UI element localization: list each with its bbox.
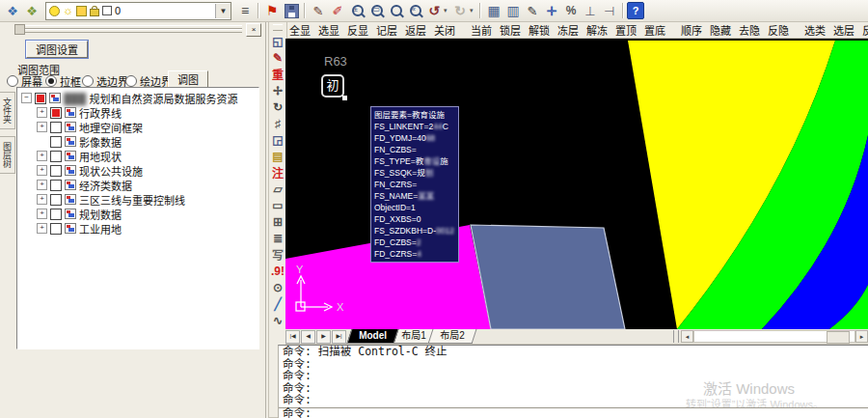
side-tool-icon[interactable]: 重 — [269, 66, 286, 82]
layout-tab[interactable]: 布局2 — [428, 329, 476, 344]
cad-drawing-canvas[interactable]: Y X R63 初 图层要素=教育设施 FS_LINKENT=244C FD_Y… — [285, 39, 868, 329]
tree-checkbox[interactable] — [50, 107, 62, 119]
radio-dot[interactable] — [82, 75, 94, 87]
tree-item-row[interactable]: + 规划数据 — [17, 207, 258, 221]
redo-icon[interactable]: ↻ — [451, 2, 469, 19]
redo-dropdown-caret[interactable]: ▾ — [470, 7, 476, 14]
tree-checkbox[interactable] — [50, 136, 62, 148]
layer-states-icon[interactable]: ≡ — [236, 2, 254, 19]
help-button[interactable]: ? — [627, 2, 644, 19]
expand-icon[interactable]: + — [37, 107, 47, 118]
layer-menu-item[interactable]: 置底 — [640, 22, 669, 38]
layer-control-combobox[interactable]: ☼ 0 ▼ — [45, 2, 231, 20]
edit-pencil-icon[interactable]: ✎ — [524, 2, 541, 19]
tab-first-button[interactable]: |◀ — [285, 330, 300, 344]
side-tool-icon[interactable]: ∿ — [269, 312, 286, 328]
side-tool-icon[interactable]: ✢ — [269, 82, 286, 98]
side-tab-files[interactable]: 文件夹 — [0, 92, 15, 129]
tree-item-label[interactable]: 影像数据 — [79, 134, 122, 150]
layer-menu-item[interactable]: 反隐 — [764, 22, 793, 38]
side-tool-icon[interactable]: ♯ — [269, 115, 286, 131]
side-tool-icon[interactable]: 注 — [269, 164, 286, 181]
sketch-pencil-icon[interactable]: ✎ — [310, 2, 327, 19]
command-line-area[interactable]: 命令: 扫描被 Control-C 终止命令:命令:命令:命令: 激活 Wind… — [278, 345, 868, 418]
layer-menu-item[interactable]: 置顶 — [611, 22, 640, 38]
rotate-copy-icon[interactable]: % — [562, 2, 580, 19]
scrollbar-track[interactable] — [693, 330, 855, 343]
side-tool-icon[interactable]: ⊙ — [269, 279, 286, 295]
side-tool-icon[interactable]: ◲ — [269, 131, 286, 148]
scroll-left-button[interactable]: ◂ — [681, 330, 693, 343]
side-tool-icon[interactable]: ⊞ — [269, 213, 286, 230]
tree-root-row[interactable]: − ███ 规划和自然资源局数据服务资源 — [17, 91, 258, 105]
tab-next-button[interactable]: ▶ — [316, 330, 331, 344]
red-marker-icon[interactable]: ✐ — [329, 2, 346, 19]
side-tool-icon[interactable]: 写 — [269, 246, 286, 263]
tree-item-label[interactable]: 经济类数据 — [79, 178, 132, 193]
tree-root-label[interactable]: 规划和自然资源局数据服务资源 — [89, 91, 237, 106]
layer-menu-item[interactable]: 全显 — [285, 22, 314, 38]
zoom-dynamic-icon[interactable] — [387, 2, 404, 19]
tree-item-label[interactable]: 用地现状 — [79, 149, 122, 164]
scrollbar-thumb[interactable] — [827, 331, 850, 344]
side-tool-icon[interactable]: ▭ — [269, 197, 286, 213]
layer-menu-item[interactable]: 选显 — [314, 22, 343, 38]
layer-menu-item[interactable]: 锁层 — [496, 22, 525, 38]
tree-item-label[interactable]: 规划数据 — [79, 207, 122, 222]
panel-collapse-icon[interactable] — [14, 24, 25, 35]
tree-item-label[interactable]: 现状公共设施 — [79, 163, 143, 179]
tree-item-row[interactable]: + 用地现状 — [17, 149, 258, 163]
layer-menu-item[interactable]: 选层 — [829, 22, 858, 38]
text-edit-cursor-box[interactable]: 初 — [321, 74, 344, 98]
tree-checkbox[interactable] — [50, 209, 62, 220]
panel-drag-handle[interactable] — [19, 29, 242, 33]
tree-item-row[interactable]: + 经济类数据 — [17, 178, 258, 192]
undo-dropdown-caret[interactable]: ▾ — [444, 7, 450, 14]
radio-dot[interactable] — [7, 75, 18, 87]
side-tool-icon[interactable]: ▱ — [269, 181, 286, 197]
undo-icon[interactable]: ↺ — [425, 2, 443, 19]
fetch-map-button[interactable]: 调图 — [168, 70, 208, 88]
radio-dot[interactable] — [125, 75, 137, 87]
tree-checkbox[interactable] — [50, 122, 62, 133]
tree-item-row[interactable]: + 三区三线与重要控制线 — [17, 192, 258, 207]
collapse-icon[interactable]: − — [21, 93, 32, 103]
side-tool-icon[interactable]: ✎ — [269, 49, 286, 66]
layer-menu-item[interactable]: 隐藏 — [706, 22, 735, 38]
side-tool-icon[interactable]: ◱ — [269, 33, 286, 49]
layer-menu-item[interactable]: 选类 — [800, 22, 829, 38]
side-tool-icon[interactable]: ▤ — [269, 148, 286, 164]
expand-icon[interactable]: + — [37, 151, 47, 161]
expand-icon[interactable]: + — [37, 180, 47, 190]
tree-item-label[interactable]: 工业用地 — [79, 221, 122, 237]
zoom-window-icon[interactable]: ▭ — [367, 2, 385, 19]
zoom-realtime-icon[interactable]: ± — [348, 2, 366, 19]
side-tool-icon[interactable]: ≣ — [269, 230, 286, 246]
layer-menu-item[interactable]: 解锁 — [525, 22, 554, 38]
layer-menu-item[interactable]: 解冻 — [583, 22, 611, 38]
layer-menu-item[interactable]: 返层 — [401, 22, 430, 38]
tab-prev-button[interactable]: ◀ — [301, 330, 315, 344]
layer-menu-item[interactable]: 记层 — [372, 22, 401, 38]
tree-checkbox[interactable] — [50, 180, 62, 191]
tree-item-label[interactable]: 行政界线 — [79, 105, 122, 121]
expand-icon[interactable]: + — [37, 209, 47, 219]
layers-add-icon[interactable]: ❖ — [23, 2, 41, 19]
move-icon[interactable]: ✛ — [543, 2, 560, 19]
tree-checkbox[interactable] — [50, 223, 62, 235]
side-tool-icon[interactable]: ↻ — [269, 98, 286, 115]
tree-item-row[interactable]: + 现状公共设施 — [17, 163, 258, 178]
tree-item-row[interactable]: + 地理空间框架 — [17, 120, 258, 134]
slate-parcel[interactable] — [471, 225, 625, 329]
tree-item-row[interactable]: + 工业用地 — [17, 221, 258, 236]
table-grid2-icon[interactable]: ▥ — [504, 2, 522, 19]
expand-icon[interactable]: + — [37, 194, 47, 205]
horizontal-scrollbar[interactable]: ◂ ▸ — [673, 329, 868, 344]
tree-checkbox[interactable] — [50, 165, 62, 177]
toolbar-grip[interactable] — [273, 24, 283, 31]
scrollbar-splitter[interactable] — [673, 330, 679, 343]
layer-menu-item[interactable]: 反选 — [858, 22, 868, 38]
layer-menu-item[interactable]: 顺序 — [677, 22, 706, 38]
scroll-right-button[interactable]: ▸ — [855, 330, 868, 343]
panel-close-button[interactable]: × — [246, 23, 261, 37]
